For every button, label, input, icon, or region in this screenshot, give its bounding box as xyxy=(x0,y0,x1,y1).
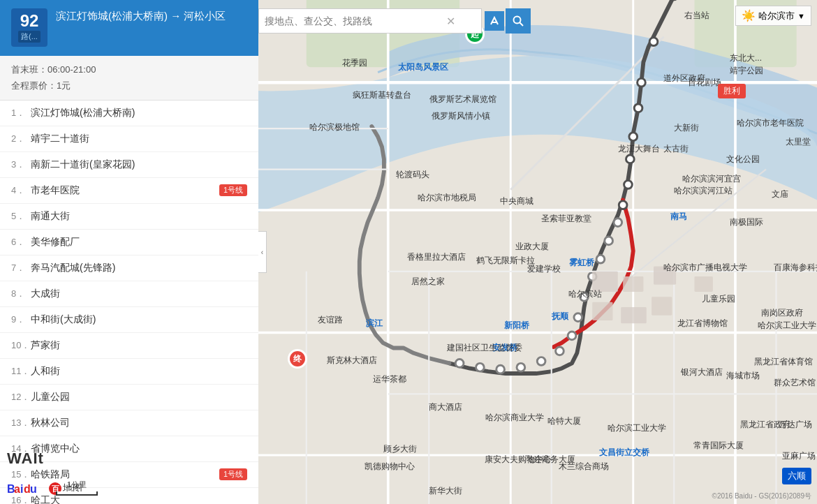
svg-point-28 xyxy=(614,218,622,227)
scale-line xyxy=(56,491,98,496)
svg-point-26 xyxy=(624,181,633,189)
stop-item-2[interactable]: 3．南新二十道街(皇家花园) xyxy=(0,152,258,178)
search-clear-icon[interactable]: ✕ xyxy=(446,15,455,28)
stop-name-7: 大成街 xyxy=(31,288,247,300)
search-input-wrapper[interactable]: ✕ xyxy=(258,8,482,34)
stop-number-3: 4． xyxy=(11,184,31,197)
svg-point-32 xyxy=(580,293,589,302)
svg-rect-56 xyxy=(621,307,647,323)
stop-number-8: 9． xyxy=(11,313,31,326)
stop-name-11: 儿童公园 xyxy=(31,391,247,403)
stop-number-10: 11． xyxy=(11,365,31,378)
stop-number-0: 1． xyxy=(11,107,31,119)
svg-rect-55 xyxy=(592,302,612,320)
stop-name-12: 秋林公司 xyxy=(31,417,247,429)
stop-item-11[interactable]: 12．儿童公园 xyxy=(0,385,258,410)
route-number: 92 xyxy=(20,13,39,29)
svg-rect-53 xyxy=(654,266,676,284)
svg-point-29 xyxy=(605,237,613,245)
stop-name-8: 中和街(大成街) xyxy=(31,313,247,326)
svg-point-40 xyxy=(455,360,464,368)
search-button[interactable] xyxy=(506,8,531,34)
svg-point-30 xyxy=(596,255,605,263)
stop-item-9[interactable]: 10．芦家街 xyxy=(0,333,258,359)
metro-badge-3: 1号线 xyxy=(219,184,247,196)
svg-rect-52 xyxy=(623,276,643,292)
wait-text: WAIt xyxy=(7,450,44,468)
stop-list[interactable]: 1．滨江灯饰城(松浦大桥南)2．靖宇二十道街3．南新二十道街(皇家花园)4．市老… xyxy=(0,101,258,504)
liushun-badge: 六顺 xyxy=(782,468,811,484)
stop-name-5: 美华修配厂 xyxy=(31,236,247,249)
svg-point-38 xyxy=(496,365,505,373)
scale-label: 1公里 xyxy=(67,480,87,490)
stop-item-3[interactable]: 4．市老年医院1号线 xyxy=(0,178,258,204)
svg-point-23 xyxy=(634,104,642,112)
left-panel: 92 路(... 滨江灯饰城(松浦大桥南) → 河松小区 首末班：06:00-2… xyxy=(0,0,258,504)
stop-number-2: 3． xyxy=(11,158,31,171)
stop-item-7[interactable]: 8．大成街 xyxy=(0,281,258,307)
search-bar: ✕ xyxy=(258,6,817,36)
stop-name-4: 南通大街 xyxy=(31,210,247,223)
svg-point-37 xyxy=(517,363,525,371)
svg-text:u: u xyxy=(30,483,37,495)
stop-item-1[interactable]: 2．靖宇二十道街 xyxy=(0,126,258,152)
city-name: 哈尔滨市 xyxy=(758,10,795,22)
metro-badge-14: 1号线 xyxy=(219,468,247,480)
fare-info: 全程票价：1元 xyxy=(11,77,247,94)
route-number-box: 92 路(... xyxy=(11,8,47,47)
stop-name-13: 省博览中心 xyxy=(31,443,247,455)
victory-badge: 胜利 xyxy=(718,84,746,98)
city-selector[interactable]: ☀️ 哈尔滨市 ▼ xyxy=(735,6,811,26)
svg-line-60 xyxy=(520,22,523,26)
stop-number-12: 13． xyxy=(11,417,31,429)
svg-rect-57 xyxy=(652,297,672,315)
stop-item-12[interactable]: 13．秋林公司 xyxy=(0,410,258,436)
svg-point-36 xyxy=(537,357,545,366)
svg-point-27 xyxy=(619,201,627,209)
stop-item-8[interactable]: 9．中和街(大成街) xyxy=(0,307,258,333)
stop-name-2: 南新二十道街(皇家花园) xyxy=(31,158,247,171)
svg-rect-51 xyxy=(592,272,618,292)
svg-point-35 xyxy=(556,347,564,355)
route-info: 首末班：06:00-21:00 全程票价：1元 xyxy=(0,56,258,101)
city-dropdown-icon[interactable]: ▼ xyxy=(797,12,805,20)
stop-number-7: 8． xyxy=(11,288,31,300)
stop-number-4: 5． xyxy=(11,210,31,223)
route-header: 92 路(... 滨江灯饰城(松浦大桥南) → 河松小区 xyxy=(0,0,258,56)
svg-text:i: i xyxy=(20,483,23,495)
first-bus-info: 首末班：06:00-21:00 xyxy=(11,61,247,77)
copyright: ©2016 Baidu - GS(2016)2089号 xyxy=(712,491,811,501)
svg-point-39 xyxy=(476,363,485,371)
route-title: 滨江灯饰城(松浦大桥南) → 河松小区 xyxy=(56,8,247,23)
stop-number-5: 6． xyxy=(11,236,31,249)
stop-item-5[interactable]: 6．美华修配厂 xyxy=(0,230,258,255)
stop-name-10: 人和街 xyxy=(31,365,247,378)
stop-item-4[interactable]: 5．南通大街 xyxy=(0,204,258,230)
route-direction-button[interactable] xyxy=(485,11,504,31)
stop-item-6[interactable]: 7．奔马汽配城(先锋路) xyxy=(0,255,258,281)
svg-point-21 xyxy=(649,38,658,46)
route-type: 路(... xyxy=(18,31,41,43)
stop-number-11: 12． xyxy=(11,391,31,403)
stop-name-3: 市老年医院 xyxy=(31,184,216,197)
end-marker: 终 xyxy=(288,349,307,369)
svg-point-22 xyxy=(638,78,646,87)
stop-item-10[interactable]: 11．人和街 xyxy=(0,359,258,385)
search-input[interactable] xyxy=(265,15,446,27)
stop-number-9: 10． xyxy=(11,339,31,352)
stop-name-6: 奔马汽配城(先锋路) xyxy=(31,262,247,274)
stop-number-14: 15． xyxy=(11,468,31,481)
stop-number-6: 7． xyxy=(11,262,31,274)
stop-number-1: 2． xyxy=(11,133,31,145)
stop-name-0: 滨江灯饰城(松浦大桥南) xyxy=(31,107,247,119)
scale-bar: 1公里 xyxy=(56,480,98,496)
stop-name-9: 芦家街 xyxy=(31,339,247,352)
collapse-panel-tab[interactable]: ‹ xyxy=(258,231,267,273)
svg-point-25 xyxy=(626,155,635,163)
svg-point-24 xyxy=(629,133,638,141)
svg-rect-54 xyxy=(695,276,713,292)
stop-item-0[interactable]: 1．滨江灯饰城(松浦大桥南) xyxy=(0,101,258,126)
svg-point-34 xyxy=(568,332,576,340)
svg-point-33 xyxy=(574,313,582,322)
stop-name-1: 靖宇二十道街 xyxy=(31,133,247,145)
